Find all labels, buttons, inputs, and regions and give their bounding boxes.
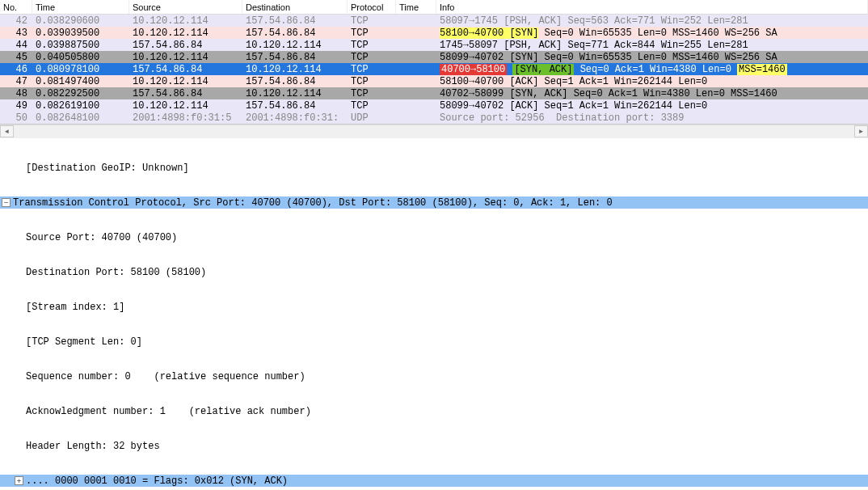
col-header-destination[interactable]: Destination — [242, 0, 348, 14]
packet-cell: 2001:4898:f0:31:5 — [129, 112, 242, 124]
packet-cell: 48 — [0, 88, 32, 99]
detail-tcp-header[interactable]: −Transmission Control Protocol, Src Port… — [0, 196, 868, 209]
col-header-no[interactable]: No. — [0, 0, 32, 14]
col-header-source[interactable]: Source — [129, 0, 242, 14]
packet-cell: 49 — [0, 100, 32, 112]
packet-cell: 42 — [0, 15, 32, 27]
packet-row[interactable]: 470.08149740010.120.12.114157.54.86.84TC… — [0, 75, 868, 87]
packet-cell: 58100→40700 [ACK] Seq=1 Ack=1 Win=262144… — [436, 76, 868, 87]
packet-cell: 58099→40702 [SYN] Seq=0 Win=65535 Len=0 … — [436, 52, 868, 63]
packet-cell: 0.082648100 — [32, 112, 129, 124]
col-header-info[interactable]: Info — [436, 0, 868, 14]
detail-line[interactable]: Header Length: 32 bytes — [0, 440, 868, 452]
packet-cell: 0.038290600 — [32, 15, 129, 27]
packet-cell: 0.039887500 — [32, 40, 129, 51]
packet-cell: 50 — [0, 112, 32, 124]
detail-line[interactable]: [TCP Segment Len: 0] — [0, 336, 868, 348]
packet-cell: TCP — [348, 40, 396, 51]
packet-cell: 0.082292500 — [32, 88, 129, 99]
packet-row[interactable]: 480.082292500157.54.86.8410.120.12.114TC… — [0, 87, 868, 99]
packet-row[interactable]: 490.08261910010.120.12.114157.54.86.84TC… — [0, 99, 868, 112]
packet-cell: TCP — [348, 27, 396, 39]
packet-cell: 46 — [0, 64, 32, 75]
detail-line[interactable]: [Stream index: 1] — [0, 301, 868, 313]
packet-cell: TCP — [348, 15, 396, 27]
packet-cell: 10.120.12.114 — [129, 15, 242, 27]
packet-cell: 44 — [0, 40, 32, 51]
packet-cell: 157.54.86.84 — [242, 27, 348, 39]
packet-cell: 157.54.86.84 — [242, 76, 348, 87]
packet-cell: TCP — [348, 88, 396, 99]
packet-cell: UDP — [348, 112, 396, 124]
packet-cell: 10.120.12.114 — [242, 64, 348, 75]
packet-cell: TCP — [348, 64, 396, 75]
packet-cell: 0.039039500 — [32, 27, 129, 39]
packet-cell: 40702→58099 [SYN, ACK] Seq=0 Ack=1 Win=4… — [436, 88, 868, 99]
packet-cell: 0.080978100 — [32, 64, 129, 75]
packet-cell: TCP — [348, 76, 396, 87]
detail-line[interactable]: Acknowledgment number: 1 (relative ack n… — [0, 405, 868, 417]
packet-cell: 43 — [0, 27, 32, 39]
packet-cell: 157.54.86.84 — [242, 15, 348, 27]
packet-cell: 10.120.12.114 — [129, 52, 242, 63]
packet-cell: 10.120.12.114 — [129, 76, 242, 87]
expand-icon[interactable]: + — [15, 476, 23, 485]
packet-cell: 47 — [0, 76, 32, 87]
packet-cell: 157.54.86.84 — [242, 52, 348, 63]
packet-cell: 157.54.86.84 — [242, 100, 348, 112]
detail-line[interactable]: Source Port: 40700 (40700) — [0, 231, 868, 243]
packet-cell: 58100→40700 [SYN] Seq=0 Win=65535 Len=0 … — [436, 27, 868, 39]
packet-row[interactable]: 420.03829060010.120.12.114157.54.86.84TC… — [0, 15, 868, 27]
packet-cell: 58097→1745 [PSH, ACK] Seq=563 Ack=771 Wi… — [436, 15, 868, 27]
packet-detail-pane: [Destination GeoIP: Unknown] −Transmissi… — [0, 138, 868, 490]
packet-list-pane: No. Time Source Destination Protocol Tim… — [0, 0, 868, 125]
packet-cell: 10.120.12.114 — [129, 27, 242, 39]
packet-row[interactable]: 440.039887500157.54.86.8410.120.12.114TC… — [0, 39, 868, 51]
packet-row[interactable]: 450.04050580010.120.12.114157.54.86.84TC… — [0, 51, 868, 63]
packet-cell: TCP — [348, 52, 396, 63]
packet-cell: 45 — [0, 52, 32, 63]
packet-cell: 10.120.12.114 — [242, 88, 348, 99]
packet-cell: 157.54.86.84 — [129, 64, 242, 75]
detail-flags[interactable]: +.... 0000 0001 0010 = Flags: 0x012 (SYN… — [0, 475, 868, 487]
packet-cell: 10.120.12.114 — [129, 100, 242, 112]
packet-cell: 157.54.86.84 — [129, 88, 242, 99]
col-header-protocol[interactable]: Protocol — [348, 0, 396, 14]
packet-cell: 0.082619100 — [32, 100, 129, 112]
packet-cell: 157.54.86.84 — [129, 40, 242, 51]
packet-list-hscroll[interactable]: ◄ ► — [0, 125, 868, 138]
packet-cell: 2001:4898:f0:31: — [242, 112, 348, 124]
packet-cell: 40700→58100 [SYN, ACK] Seq=0 Ack=1 Win=4… — [436, 64, 868, 75]
detail-line[interactable]: Sequence number: 0 (relative sequence nu… — [0, 370, 868, 382]
packet-cell: 1745→58097 [PSH, ACK] Seq=771 Ack=844 Wi… — [436, 40, 868, 51]
packet-cell: TCP — [348, 100, 396, 112]
packet-cell: 0.040505800 — [32, 52, 129, 63]
col-header-time2[interactable]: Time — [396, 0, 436, 14]
col-header-time[interactable]: Time — [32, 0, 129, 14]
scroll-left-button[interactable]: ◄ — [0, 125, 14, 137]
packet-list-header: No. Time Source Destination Protocol Tim… — [0, 0, 868, 15]
detail-line[interactable]: [Destination GeoIP: Unknown] — [0, 162, 868, 174]
scroll-right-button[interactable]: ► — [854, 125, 868, 137]
packet-row[interactable]: 430.03903950010.120.12.114157.54.86.84TC… — [0, 27, 868, 39]
detail-line[interactable]: Destination Port: 58100 (58100) — [0, 266, 868, 278]
packet-row[interactable]: 500.0826481002001:4898:f0:31:52001:4898:… — [0, 112, 868, 124]
packet-cell: 10.120.12.114 — [242, 40, 348, 51]
packet-row[interactable]: 460.080978100157.54.86.8410.120.12.114TC… — [0, 63, 868, 75]
packet-cell: 58099→40702 [ACK] Seq=1 Ack=1 Win=262144… — [436, 100, 868, 112]
packet-cell: Source port: 52956 Destination port: 338… — [436, 112, 868, 124]
collapse-icon[interactable]: − — [2, 198, 11, 207]
packet-cell: 0.081497400 — [32, 76, 129, 87]
